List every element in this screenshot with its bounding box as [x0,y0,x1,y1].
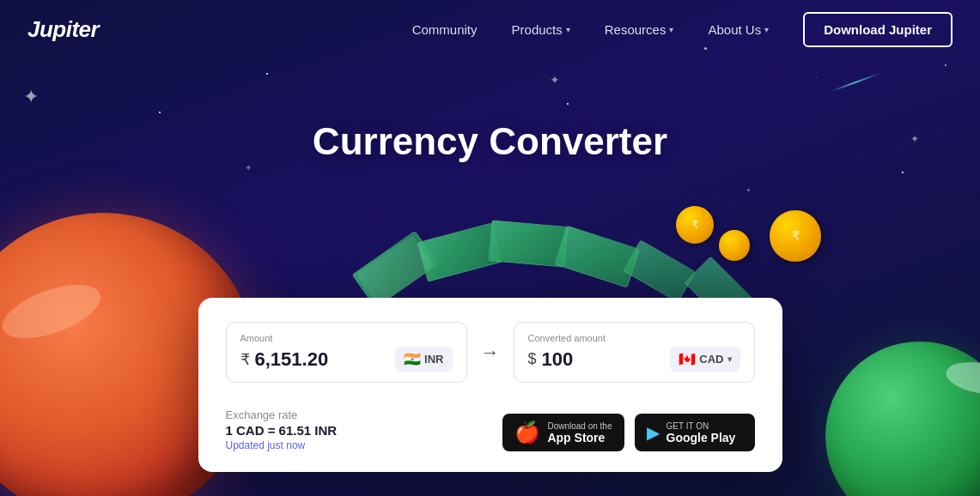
swap-arrow-icon[interactable]: → [481,342,500,364]
google-play-text: GET IT ON Google Play [667,421,736,445]
google-play-badge[interactable]: ▶ GET IT ON Google Play [635,414,755,451]
star [945,64,947,66]
chevron-down-icon: ▾ [764,25,769,34]
money-bill [554,225,640,287]
cad-flag: 🇨🇦 [679,351,696,367]
sparkle: ✦ [910,133,919,145]
nav-about-us[interactable]: About Us ▾ [694,15,782,44]
planet-right [825,342,980,496]
page-title: Currency Converter [313,120,667,163]
star [159,112,161,113]
gold-coin [676,206,714,244]
amount-field: Amount ₹ 🇮🇳 INR [226,322,467,383]
planet-right-ice [944,357,980,398]
converter-input-row: Amount ₹ 🇮🇳 INR → Converted amount $ [226,322,755,383]
converted-input[interactable] [542,348,671,371]
converted-label: Converted amount [528,333,740,343]
hero-background: ✦ ✦ ✦ ✦ Jupiter Community Products ▾ [0,0,980,496]
amount-input-row: ₹ 🇮🇳 INR [240,347,453,372]
planet-left-shine [0,274,107,349]
logo[interactable]: Jupiter [27,16,99,43]
nav-community[interactable]: Community [399,15,491,44]
app-store-badge[interactable]: 🍎 Download on the App Store [502,414,624,451]
google-play-name: Google Play [667,431,736,445]
to-currency-code: CAD [699,353,723,366]
sparkle: ✦ [245,163,252,172]
exchange-rate-value: 1 CAD = 61.51 INR [226,423,338,438]
exchange-info: Exchange rate 1 CAD = 61.51 INR Updated … [226,408,338,451]
sparkle: ✦ [23,86,39,108]
updated-text: Updated just now [226,439,338,451]
converted-input-row: $ 🇨🇦 CAD ▾ [528,347,740,372]
gold-coin [770,210,821,262]
converter-bottom-row: Exchange rate 1 CAD = 61.51 INR Updated … [226,395,755,451]
star [816,77,817,78]
google-play-sub: GET IT ON [667,421,736,431]
converter-card: Amount ₹ 🇮🇳 INR → Converted amount $ [198,298,782,472]
star [902,172,904,173]
shooting-star [831,73,880,92]
amount-label: Amount [240,333,453,343]
navigation: Jupiter Community Products ▾ Resources ▾… [0,0,980,58]
nav-links: Community Products ▾ Resources ▾ About U… [399,12,953,47]
app-store-name: App Store [547,431,612,445]
star [266,73,268,75]
to-currency-select[interactable]: 🇨🇦 CAD ▾ [670,347,740,372]
chevron-down-icon: ▾ [669,25,673,34]
star [567,103,569,105]
star [747,189,750,191]
inr-symbol: ₹ [240,350,250,369]
converted-amount-field: Converted amount $ 🇨🇦 CAD ▾ [514,322,755,383]
app-store-sub: Download on the [547,421,612,431]
chevron-down-icon: ▾ [566,25,570,34]
from-currency-badge[interactable]: 🇮🇳 INR [395,347,452,372]
app-store-text: Download on the App Store [547,421,612,445]
from-currency-code: INR [424,353,443,366]
nav-products[interactable]: Products ▾ [498,15,584,44]
cad-symbol: $ [528,350,537,368]
chevron-down-icon: ▾ [727,354,732,364]
amount-input[interactable] [255,348,396,371]
download-jupiter-button[interactable]: Download Jupiter [803,12,953,47]
inr-flag: 🇮🇳 [404,351,421,367]
apple-icon: 🍎 [514,420,540,445]
nav-resources[interactable]: Resources ▾ [591,15,688,44]
exchange-rate-label: Exchange rate [226,408,338,421]
gold-coin [719,230,750,261]
store-badges: 🍎 Download on the App Store ▶ GET IT ON … [502,414,754,451]
google-play-icon: ▶ [647,422,660,443]
sparkle: ✦ [550,73,560,87]
